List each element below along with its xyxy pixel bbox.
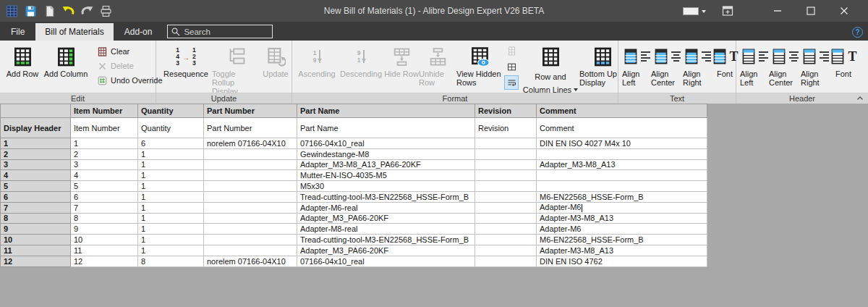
ascending-button[interactable]: 19 Ascending [296, 42, 338, 78]
text-align-right-button[interactable]: Align Right [683, 42, 712, 87]
window-layout-button[interactable] [722, 5, 733, 17]
table-cell[interactable]: 5 [71, 181, 138, 192]
display-header-cell[interactable]: Item Number [71, 118, 138, 138]
table-cell[interactable]: 12 [71, 256, 138, 266]
table-cell[interactable]: 07166-04x10_real [297, 256, 475, 266]
table-cell[interactable]: Gewindestange-M8 [297, 148, 475, 159]
table-cell[interactable]: Adapter_M3-M8_A13_PA66-20KF [297, 159, 475, 170]
table-cell[interactable] [537, 148, 707, 159]
table-cell[interactable]: DIN EN ISO 4027 M4x 10 [537, 138, 707, 149]
tab-add-on[interactable]: Add-on [115, 23, 162, 41]
table-cell[interactable]: 1 [138, 159, 204, 170]
table-cell[interactable] [537, 170, 707, 181]
table-cell[interactable]: norelem 07166-04X10 [204, 138, 297, 149]
hide-row-button[interactable]: Hide Row [384, 42, 419, 78]
help-button[interactable]: ? [852, 27, 863, 38]
table-cell[interactable]: Tread-cutting-tool-M3-EN22568_HSSE-Form_… [297, 191, 475, 202]
table-cell[interactable]: Adapter-M6 [537, 202, 707, 213]
table-cell[interactable] [537, 181, 707, 192]
undo-override-button[interactable]: Undo Override [98, 73, 163, 88]
table-cell[interactable]: 8 [138, 256, 204, 266]
table-cell[interactable] [204, 170, 297, 181]
row-header[interactable]: 4 [1, 170, 71, 181]
header-font-button[interactable]: T Font [830, 42, 857, 78]
column-header[interactable]: Part Name [297, 104, 475, 118]
table-cell[interactable]: 1 [138, 224, 204, 235]
table-cell[interactable]: 7 [71, 202, 138, 213]
table-cell[interactable]: DIN EN ISO 4762 [537, 256, 707, 266]
table-cell[interactable]: M6-EN22568_HSSE-Form_B [537, 235, 707, 245]
table-cell[interactable]: Adapter-M6 [537, 224, 707, 235]
table-cell[interactable]: Adapter_M3_PA66-20KF [297, 245, 475, 256]
table-borders-button[interactable] [504, 59, 519, 74]
table-cell[interactable] [475, 170, 537, 181]
table-cell[interactable]: 2 [71, 148, 138, 159]
table-cell[interactable] [475, 138, 537, 149]
table-cell[interactable] [475, 245, 537, 256]
header-align-left-button[interactable]: Align Left [740, 42, 769, 87]
column-header[interactable]: Quantity [138, 104, 204, 118]
collapse-ribbon-button[interactable] [854, 93, 866, 104]
text-align-center-button[interactable]: Align Center [651, 42, 683, 87]
column-header[interactable]: Item Number [71, 104, 138, 118]
corner-header-cell[interactable] [1, 104, 71, 118]
table-cell[interactable] [204, 148, 297, 159]
table-cell[interactable] [204, 202, 297, 213]
row-header[interactable]: 9 [1, 224, 71, 235]
table-cell[interactable] [475, 191, 537, 202]
table-cell[interactable] [475, 235, 537, 245]
add-row-button[interactable]: Add Row [4, 42, 41, 78]
row-header[interactable]: 11 [1, 245, 71, 256]
table-cell[interactable]: 1 [138, 148, 204, 159]
table-cell[interactable]: 1 [138, 202, 204, 213]
display-header-cell[interactable]: Quantity [138, 118, 204, 138]
row-header[interactable]: 10 [1, 235, 71, 245]
table-cell[interactable]: Adapter_M3_PA66-20KF [297, 213, 475, 224]
resequence-button[interactable]: 143 123 Resequence [160, 42, 212, 78]
table-cell[interactable] [475, 202, 537, 213]
table-cell[interactable]: M5x30 [297, 181, 475, 192]
table-cell[interactable]: 1 [138, 181, 204, 192]
table-cell[interactable]: 9 [71, 224, 138, 235]
table-cell[interactable] [204, 159, 297, 170]
table-cell[interactable]: 3 [71, 159, 138, 170]
redo-button[interactable] [81, 5, 93, 17]
tab-bill-of-materials[interactable]: Bill of Materials [35, 23, 113, 41]
table-cell[interactable]: 11 [71, 245, 138, 256]
save-button[interactable] [25, 5, 37, 17]
table-cell[interactable] [475, 159, 537, 170]
table-cell[interactable]: 6 [71, 191, 138, 202]
row-header[interactable]: 6 [1, 191, 71, 202]
row-header[interactable]: 5 [1, 181, 71, 192]
print-button[interactable] [100, 5, 112, 17]
table-cell[interactable]: 8 [71, 213, 138, 224]
view-hidden-rows-button[interactable]: View Hidden Rows [456, 42, 503, 87]
small-table-button[interactable] [504, 43, 519, 58]
header-align-right-button[interactable]: Align Right [801, 42, 830, 87]
wrap-text-toggle[interactable] [504, 75, 519, 90]
unhide-row-button[interactable]: Unhide Row [419, 42, 456, 87]
text-align-left-button[interactable]: Align Left [622, 42, 651, 87]
row-and-column-lines-button[interactable]: Row and Column Lines [522, 42, 579, 96]
update-button[interactable]: Update [260, 42, 292, 78]
table-cell[interactable]: M6-EN22568_HSSE-Form_B [537, 191, 707, 202]
table-cell[interactable]: Adapter_M3-M8_A13 [537, 159, 707, 170]
tab-file[interactable]: File [1, 23, 34, 41]
table-cell[interactable]: Adapter-M6-real [297, 202, 475, 213]
table-cell[interactable]: norelem 07166-04X10 [204, 256, 297, 266]
row-header[interactable]: 1 [1, 138, 71, 149]
table-cell[interactable]: Adapter-M3-M8_A13 [537, 245, 707, 256]
new-document-button[interactable] [43, 5, 56, 17]
search-input[interactable] [167, 25, 273, 38]
header-align-center-button[interactable]: Align Center [769, 42, 801, 87]
table-cell[interactable] [475, 148, 537, 159]
descending-button[interactable]: 91 Descending [338, 42, 384, 78]
table-cell[interactable]: 10 [71, 235, 138, 245]
maximize-button[interactable] [799, 2, 823, 20]
column-header[interactable]: Revision [475, 104, 537, 118]
display-header-row-label[interactable]: Display Header [1, 118, 71, 138]
table-cell[interactable] [204, 235, 297, 245]
minimize-button[interactable] [765, 2, 790, 20]
display-header-cell[interactable]: Comment [537, 118, 707, 138]
row-header[interactable]: 8 [1, 213, 71, 224]
